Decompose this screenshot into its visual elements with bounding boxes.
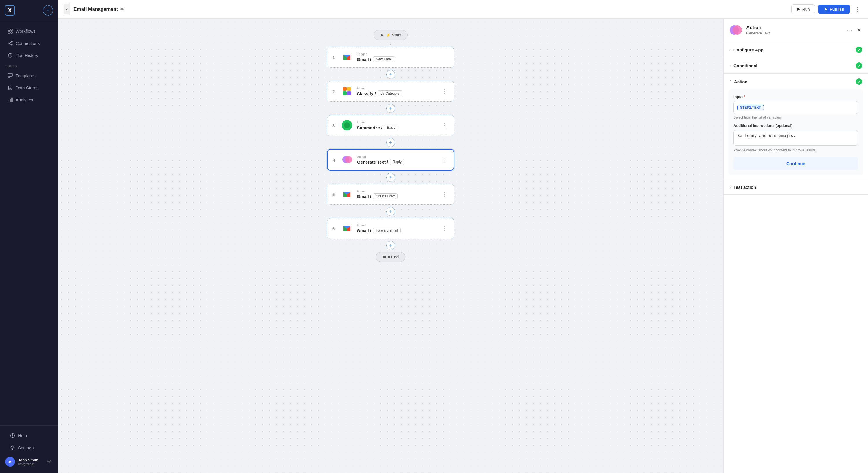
- sidebar-nav: Workflows Connections Run H: [0, 21, 58, 425]
- flow-node-3[interactable]: 3 Action Summarize / Basic ⋮: [327, 115, 454, 136]
- configure-app-header[interactable]: › Configure App ✓: [724, 42, 868, 58]
- svg-rect-10: [8, 73, 12, 76]
- svg-line-8: [9, 43, 11, 44]
- step-number: 5: [333, 192, 338, 197]
- action-label: Action: [734, 79, 853, 84]
- node-type: Action: [357, 190, 437, 193]
- publish-button[interactable]: Publish: [818, 5, 850, 14]
- sidebar-item-label: Workflows: [16, 29, 36, 34]
- svg-point-5: [11, 41, 12, 42]
- sidebar: X + Workflows: [0, 0, 58, 473]
- svg-rect-15: [10, 99, 11, 102]
- sidebar-item-workflows[interactable]: Workflows: [2, 25, 56, 37]
- test-action-header[interactable]: › Test action: [724, 180, 868, 194]
- connector-5: +: [386, 205, 395, 218]
- flow-node-2[interactable]: 2 Action Classify / By Category: [327, 81, 454, 102]
- sidebar-item-templates[interactable]: Templates: [2, 70, 56, 81]
- node-info-1: Trigger Gmail / New Email: [357, 52, 449, 62]
- node-badge: Create Draft: [373, 194, 398, 199]
- back-button[interactable]: ‹: [64, 4, 70, 14]
- gmail-icon-1: [342, 52, 353, 63]
- edit-title-icon[interactable]: ✏: [120, 7, 124, 11]
- templates-icon: [7, 73, 13, 78]
- sidebar-logo: X +: [0, 0, 58, 21]
- add-step-button[interactable]: +: [386, 207, 395, 216]
- step-number: 4: [333, 158, 338, 163]
- run-button[interactable]: Run: [791, 4, 815, 14]
- connections-icon: [7, 40, 13, 46]
- flow-node-4[interactable]: 4 Action Generate Text / Reply ⋮: [327, 149, 454, 171]
- configure-app-label: Configure App: [734, 47, 853, 52]
- panel-title-main: Action: [746, 25, 841, 31]
- add-step-button[interactable]: +: [386, 138, 395, 147]
- svg-point-30: [344, 122, 350, 128]
- add-step-button[interactable]: +: [386, 70, 395, 79]
- flow-node-5[interactable]: 5 Action Gmail /: [327, 184, 454, 205]
- required-marker: *: [744, 95, 745, 99]
- panel-close-button[interactable]: ✕: [856, 26, 862, 34]
- user-profile[interactable]: JS John Smith dev@xflo.io: [2, 454, 56, 470]
- node-name: Gmail / Forward email: [357, 228, 437, 233]
- sidebar-item-label: Help: [18, 433, 27, 438]
- node-menu-button[interactable]: ⋮: [441, 87, 449, 96]
- sidebar-item-settings[interactable]: Settings: [5, 442, 53, 453]
- sidebar-item-help[interactable]: Help: [5, 430, 53, 441]
- svg-rect-2: [8, 32, 10, 33]
- node-menu-button[interactable]: ⋮: [441, 224, 449, 233]
- flow-node-1[interactable]: 1 Trigger Gmail /: [327, 47, 454, 68]
- add-step-button[interactable]: +: [386, 173, 395, 181]
- svg-point-32: [345, 156, 352, 163]
- new-workflow-button[interactable]: +: [43, 5, 53, 15]
- variable-tag[interactable]: STEP1.TEXT: [737, 105, 764, 110]
- connector-0: ↓: [390, 40, 392, 47]
- tools-label: Tools: [0, 62, 58, 69]
- conditional-header[interactable]: › Conditional ✓: [724, 58, 868, 73]
- node-menu-button[interactable]: ⋮: [441, 121, 449, 130]
- more-menu-button[interactable]: ⋮: [853, 4, 862, 14]
- panel-more-button[interactable]: ⋯: [845, 26, 853, 35]
- svg-rect-26: [347, 87, 351, 91]
- svg-rect-28: [347, 91, 351, 95]
- continue-button[interactable]: Continue: [734, 157, 858, 170]
- add-step-button[interactable]: +: [386, 104, 395, 113]
- sidebar-item-data-stores[interactable]: Data Stores: [2, 82, 56, 93]
- user-settings-icon[interactable]: [46, 458, 53, 465]
- add-step-button[interactable]: +: [386, 241, 395, 250]
- step-number: 2: [333, 89, 338, 94]
- svg-point-6: [11, 44, 12, 45]
- sidebar-item-label: Settings: [18, 445, 34, 450]
- avatar: JS: [5, 457, 15, 467]
- sidebar-item-connections[interactable]: Connections: [2, 37, 56, 49]
- svg-rect-14: [8, 100, 9, 102]
- run-label: Run: [802, 7, 810, 11]
- connector-3: +: [386, 136, 395, 149]
- topbar-right: Run Publish ⋮: [791, 4, 862, 14]
- done-check-icon: ✓: [856, 78, 862, 85]
- publish-label: Publish: [830, 7, 844, 11]
- node-name: Generate Text / Reply: [357, 159, 436, 165]
- logo-text: X: [8, 7, 11, 13]
- additional-instructions-input[interactable]: Be funny and use emojis.: [734, 130, 858, 146]
- svg-rect-0: [8, 29, 10, 31]
- node-menu-button[interactable]: ⋮: [440, 155, 448, 165]
- chevron-down-icon: ˅: [730, 79, 731, 83]
- sidebar-item-analytics[interactable]: Analytics: [2, 94, 56, 105]
- node-name: Classify / By Category: [357, 91, 437, 96]
- node-menu-button[interactable]: ⋮: [441, 190, 449, 199]
- start-node: ⚡ Start: [374, 30, 408, 40]
- node-type: Action: [357, 224, 437, 227]
- test-action-section: › Test action: [724, 180, 868, 195]
- input-hint: Select from the list of variables.: [734, 115, 858, 120]
- node-type: Action: [357, 121, 437, 124]
- svg-line-7: [9, 42, 11, 43]
- input-area[interactable]: STEP1.TEXT: [734, 101, 858, 114]
- sidebar-item-run-history[interactable]: Run History: [2, 49, 56, 61]
- flow-node-6[interactable]: 6 Action Gmail /: [327, 218, 454, 239]
- action-header[interactable]: ˅ Action ✓: [724, 74, 868, 89]
- svg-rect-1: [11, 29, 12, 31]
- action-content: Input * STEP1.TEXT Select from the list …: [728, 89, 863, 175]
- gmail-icon-5: [342, 189, 353, 200]
- step-number: 1: [333, 55, 338, 60]
- canvas-wrapper: ⚡ Start ↓ 1: [58, 19, 868, 473]
- connector-1: +: [386, 68, 395, 81]
